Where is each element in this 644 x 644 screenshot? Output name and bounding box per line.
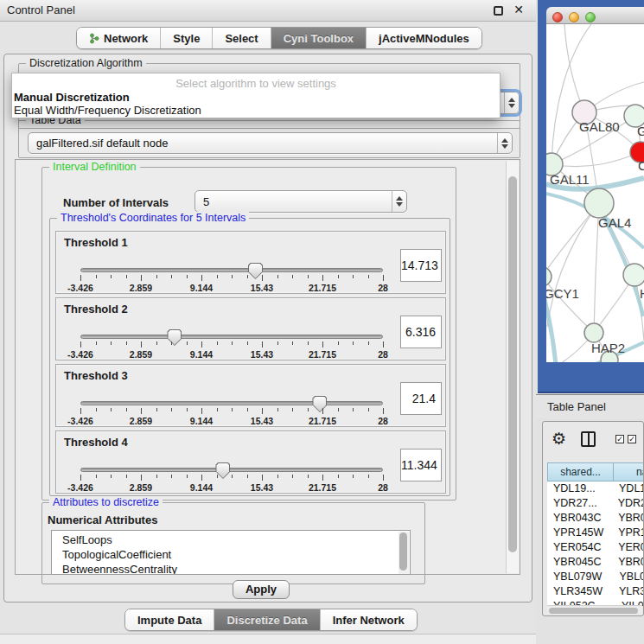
threshold-slider-track[interactable] bbox=[80, 335, 383, 339]
table-row[interactable]: YBR045CYBR0 bbox=[547, 555, 644, 570]
table-row[interactable]: YDR27...YDR2 bbox=[547, 496, 644, 511]
tick-mark bbox=[338, 475, 339, 478]
threshold-value-field[interactable]: 11.344 bbox=[400, 449, 442, 481]
cell-name[interactable]: YBR0 bbox=[611, 511, 644, 526]
cell-name[interactable]: YER0 bbox=[611, 540, 644, 555]
network-node-gcy1[interactable] bbox=[546, 267, 552, 286]
column-header-shared-name[interactable]: shared... bbox=[547, 462, 614, 481]
column-header-name[interactable]: na bbox=[614, 462, 644, 481]
node-label: HAP2 bbox=[591, 341, 625, 355]
tab-discretize-data[interactable]: Discretize Data bbox=[214, 609, 320, 630]
tick-mark bbox=[201, 341, 202, 348]
scrollbar-thumb[interactable] bbox=[399, 532, 407, 571]
tab-select[interactable]: Select bbox=[213, 28, 271, 48]
close-icon[interactable]: ✕ bbox=[513, 3, 524, 16]
table-data-group: Table Data galFiltered.sif default node bbox=[18, 120, 520, 158]
settings-gear-icon[interactable]: ⚙ bbox=[552, 430, 566, 447]
tab-infer-network[interactable]: Infer Network bbox=[321, 609, 417, 630]
tab-network[interactable]: Network bbox=[77, 28, 161, 48]
algorithm-dropdown-popup: Select algorithm to view settings Manual… bbox=[11, 73, 501, 118]
option-manual-discretization[interactable]: Manual Discretization bbox=[14, 91, 130, 104]
table-row[interactable]: YBR043CYBR0 bbox=[547, 511, 644, 526]
network-node-h[interactable] bbox=[623, 264, 644, 286]
network-node-gal4[interactable] bbox=[584, 188, 614, 218]
tick-mark bbox=[383, 475, 384, 481]
node-label: GAL4 bbox=[598, 215, 631, 230]
settings-scrollpane: Interval Definition Number of Intervals … bbox=[15, 159, 520, 575]
network-view-window: GAL80GCGAL11GAL4GCY1HHAP2 bbox=[546, 7, 644, 362]
node-label: GCY1 bbox=[546, 286, 579, 301]
tab-label: Network bbox=[104, 32, 148, 45]
float-window-icon[interactable] bbox=[494, 6, 503, 16]
threshold-value-field[interactable]: 21.4 bbox=[400, 382, 442, 415]
cell-shared-name[interactable]: YBR045C bbox=[547, 555, 611, 570]
tab-label: Impute Data bbox=[137, 614, 201, 627]
threshold-slider-track[interactable] bbox=[80, 268, 383, 272]
table-row[interactable]: YPR145WYPR1 bbox=[547, 526, 644, 540]
tick-mark bbox=[247, 275, 248, 278]
tab-label: Discretize Data bbox=[226, 614, 307, 627]
tick-mark bbox=[232, 341, 233, 345]
pane-scrollbar[interactable] bbox=[506, 161, 519, 573]
number-of-intervals-spinner[interactable]: 5 bbox=[194, 190, 407, 213]
table-row[interactable]: YBL079WYBL0 bbox=[547, 570, 644, 584]
threshold-slider-track[interactable] bbox=[80, 468, 383, 472]
scrollbar-thumb[interactable] bbox=[549, 608, 638, 614]
threshold-label: Threshold 2 bbox=[64, 303, 128, 316]
column-layout-icon[interactable] bbox=[581, 431, 596, 447]
stepper-arrows-icon bbox=[497, 133, 512, 153]
threshold-slider-track[interactable] bbox=[80, 401, 383, 405]
tick-mark bbox=[277, 341, 278, 345]
minimize-traffic-light[interactable] bbox=[569, 12, 579, 22]
tick-mark bbox=[232, 408, 233, 411]
threshold-value-field[interactable]: 6.316 bbox=[400, 316, 442, 348]
network-canvas[interactable]: GAL80GCGAL11GAL4GCY1HHAP2 bbox=[546, 24, 644, 362]
attribute-list-item[interactable]: BetweennessCentrality bbox=[62, 562, 410, 575]
network-node-hap2[interactable] bbox=[584, 323, 603, 342]
cell-name[interactable]: YDL1 bbox=[612, 481, 644, 496]
tab-impute-data[interactable]: Impute Data bbox=[125, 609, 214, 630]
table-row[interactable]: YER054CYER0 bbox=[547, 540, 644, 555]
list-scrollbar[interactable] bbox=[399, 532, 409, 575]
stepper-arrows-icon bbox=[392, 191, 406, 212]
scrollbar-thumb[interactable] bbox=[508, 176, 517, 552]
tick-label: 9.144 bbox=[190, 482, 213, 493]
cell-shared-name[interactable]: YBL079W bbox=[547, 570, 612, 584]
attribute-list-item[interactable]: SelfLoops bbox=[62, 532, 410, 547]
tab-cyni-toolbox[interactable]: Cyni Toolbox bbox=[271, 28, 367, 48]
table-data-combobox[interactable]: galFiltered.sif default node bbox=[28, 132, 513, 154]
tick-mark bbox=[187, 475, 188, 478]
attribute-list-item[interactable]: TopologicalCoefficient bbox=[62, 547, 410, 562]
cell-name[interactable]: YDR2 bbox=[611, 496, 644, 511]
cell-name[interactable]: YLR3 bbox=[612, 584, 644, 599]
cell-name[interactable]: YBL0 bbox=[612, 570, 644, 584]
cell-shared-name[interactable]: YBR043C bbox=[547, 511, 611, 526]
close-traffic-light[interactable] bbox=[552, 12, 563, 22]
threshold-value-field[interactable]: 14.713 bbox=[400, 249, 442, 282]
cell-name[interactable]: YPR1 bbox=[611, 526, 644, 540]
group-title: Attributes to discretize bbox=[49, 496, 163, 508]
select-all-checkbox-icon[interactable]: ✓ bbox=[615, 435, 624, 443]
cell-shared-name[interactable]: YDR27... bbox=[547, 496, 611, 511]
tick-label: 2.859 bbox=[130, 416, 152, 426]
zoom-traffic-light[interactable] bbox=[585, 12, 596, 22]
table-row[interactable]: YLR345WYLR3 bbox=[547, 584, 644, 599]
cell-shared-name[interactable]: YLR345W bbox=[547, 584, 612, 599]
select-checkbox-icon[interactable]: ✓ bbox=[628, 435, 636, 443]
cell-name[interactable]: YBR0 bbox=[611, 555, 644, 570]
tick-label: 15.43 bbox=[251, 283, 273, 293]
cell-shared-name[interactable]: YDL19... bbox=[547, 481, 612, 496]
table-hscrollbar[interactable] bbox=[547, 605, 642, 614]
cell-shared-name[interactable]: YER054C bbox=[547, 540, 611, 555]
tick-mark bbox=[368, 275, 369, 278]
cell-shared-name[interactable]: YPR145W bbox=[547, 526, 611, 540]
table-row[interactable]: YDL19...YDL1 bbox=[547, 481, 644, 496]
apply-button[interactable]: Apply bbox=[233, 580, 290, 599]
option-equal-width-frequency[interactable]: Equal Width/Frequency Discretization bbox=[14, 104, 201, 117]
tab-style[interactable]: Style bbox=[161, 28, 213, 48]
tab-jactivemnodules[interactable]: jActiveMNodules bbox=[367, 28, 481, 48]
tick-mark bbox=[338, 408, 339, 411]
tick-mark bbox=[217, 341, 218, 345]
tick-mark bbox=[111, 341, 112, 345]
tick-mark bbox=[262, 475, 263, 481]
